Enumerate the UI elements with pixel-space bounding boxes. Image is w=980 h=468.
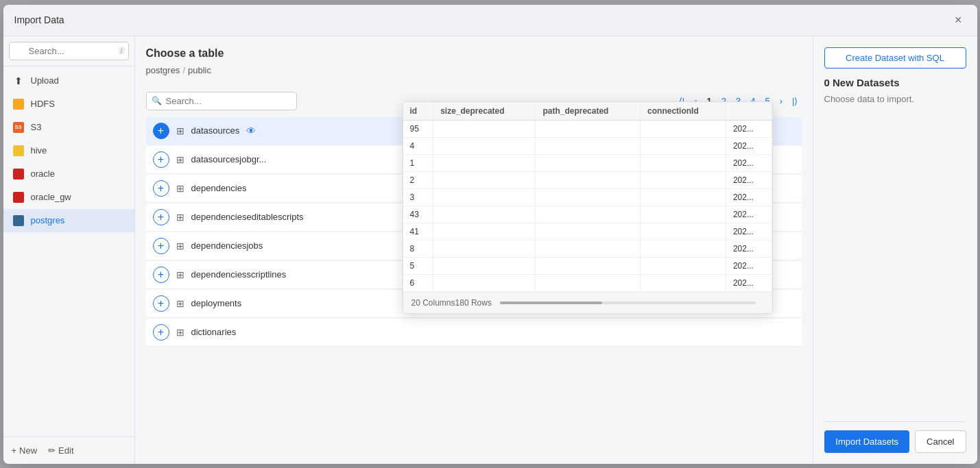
table-search-input[interactable]	[146, 92, 297, 110]
preview-row: 8202...	[403, 240, 772, 257]
preview-row: 1202...	[403, 154, 772, 171]
preview-col-conn: connectionId	[641, 102, 726, 121]
close-button[interactable]: ×	[951, 12, 966, 29]
sidebar-item-oracle-gw[interactable]: oracle_gw	[3, 186, 134, 209]
preview-cell	[536, 171, 641, 188]
preview-cell: 2	[403, 171, 433, 188]
eye-icon[interactable]: 👁	[246, 125, 256, 136]
add-dependencies-button[interactable]: +	[153, 180, 169, 197]
preview-cell	[641, 120, 726, 137]
table-icon: ⊞	[176, 212, 184, 223]
preview-cell	[433, 154, 536, 171]
preview-cell	[536, 274, 641, 291]
pagination-last[interactable]: |⟩	[789, 95, 801, 108]
sidebar-item-postgres[interactable]: postgres	[3, 209, 134, 232]
table-icon: ⊞	[176, 154, 184, 165]
preview-cell	[433, 171, 536, 188]
hdfs-icon	[12, 97, 25, 111]
table-name-dependencies: dependencies	[191, 183, 247, 193]
preview-cell	[433, 206, 536, 223]
preview-footer: 20 Columns 180 Rows	[403, 292, 772, 313]
table-name-deployments: deployments	[191, 298, 242, 308]
preview-cell	[433, 120, 536, 137]
sidebar-search-area: /	[3, 36, 134, 66]
postgres-icon	[12, 214, 25, 227]
preview-scrollbar[interactable]	[500, 301, 756, 304]
preview-rows-count: 180 Rows	[455, 298, 492, 308]
plus-icon: +	[12, 445, 17, 456]
sidebar-item-label-oracle-gw: oracle_gw	[31, 192, 71, 202]
sidebar-item-hive[interactable]: hive	[3, 139, 134, 162]
import-data-modal: Import Data × / ⬆ Upload	[3, 5, 977, 464]
add-datasources-button[interactable]: +	[153, 123, 169, 139]
sidebar-item-upload[interactable]: ⬆ Upload	[3, 69, 134, 93]
preview-row: 4202...	[403, 137, 772, 154]
sidebar-search-wrap: /	[9, 42, 129, 60]
preview-cell	[433, 274, 536, 291]
modal-header: Import Data ×	[3, 5, 977, 36]
preview-col-size: size_deprecated	[433, 102, 536, 121]
preview-col-id: id	[403, 102, 433, 121]
sidebar-footer: + New ✏ Edit	[3, 436, 134, 464]
preview-cell	[433, 223, 536, 240]
add-deployments-button[interactable]: +	[153, 295, 169, 312]
edit-button[interactable]: ✏ Edit	[48, 443, 73, 458]
preview-row: 2202...	[403, 171, 772, 188]
preview-cell	[433, 137, 536, 154]
sidebar-search-input[interactable]	[9, 42, 129, 60]
sidebar-item-oracle[interactable]: oracle	[3, 162, 134, 186]
preview-cell: 4	[403, 137, 433, 154]
table-name-datasources: datasources	[191, 125, 240, 136]
preview-cell	[641, 137, 726, 154]
hive-icon	[12, 144, 25, 158]
right-panel: Create Dataset with SQL 0 New Datasets C…	[813, 36, 977, 464]
preview-columns-count: 20 Columns	[411, 298, 455, 308]
preview-scrollbar-thumb	[500, 301, 602, 304]
preview-cell	[536, 137, 641, 154]
new-datasets-count: 0 New Datasets	[824, 77, 966, 88]
preview-col-path: path_deprecated	[536, 102, 641, 121]
search-kbd: /	[119, 47, 125, 55]
add-dictionaries-button[interactable]: +	[153, 324, 169, 341]
add-dependencieseditablescripts-button[interactable]: +	[153, 209, 169, 225]
preview-cell: 202...	[726, 206, 772, 223]
preview-cell: 202...	[726, 240, 772, 257]
sidebar-item-s3[interactable]: S3 S3	[3, 116, 134, 139]
sidebar: / ⬆ Upload HDFS	[3, 36, 135, 464]
preview-cell: 202...	[726, 223, 772, 240]
add-dependenciesscriptlines-button[interactable]: +	[153, 267, 169, 283]
add-dependenciesjobs-button[interactable]: +	[153, 238, 169, 254]
preview-cell: 202...	[726, 120, 772, 137]
sidebar-item-label-oracle: oracle	[31, 169, 55, 179]
preview-cell: 8	[403, 240, 433, 257]
edit-label: Edit	[58, 445, 73, 456]
add-datasourcesjobs-button[interactable]: +	[153, 151, 169, 168]
preview-row: 95202...	[403, 120, 772, 137]
sidebar-item-hdfs[interactable]: HDFS	[3, 93, 134, 116]
preview-row: 3202...	[403, 188, 772, 206]
cancel-button[interactable]: Cancel	[915, 430, 966, 453]
import-datasets-button[interactable]: Import Datasets	[824, 430, 909, 453]
preview-table: id size_deprecated path_deprecated conne…	[403, 102, 772, 292]
table-name-dependenciesscriptlines: dependenciesscriptlines	[191, 269, 287, 280]
main-content: Choose a table postgres / public 🔍 ⟨|	[135, 36, 813, 464]
preview-cell: 5	[403, 257, 433, 274]
preview-cell	[433, 188, 536, 206]
preview-cell	[536, 120, 641, 137]
create-dataset-sql-button[interactable]: Create Dataset with SQL	[824, 47, 966, 69]
preview-row: 43202...	[403, 206, 772, 223]
new-button[interactable]: + New	[12, 443, 38, 458]
s3-icon: S3	[12, 121, 25, 134]
sidebar-item-label-s3: S3	[31, 122, 42, 132]
table-row[interactable]: + ⊞ dictionaries	[146, 319, 802, 347]
preview-cell: 202...	[726, 154, 772, 171]
preview-cell: 202...	[726, 171, 772, 188]
preview-cell	[641, 257, 726, 274]
edit-pencil-icon: ✏	[48, 445, 56, 456]
preview-col-extra	[726, 102, 772, 121]
pagination-next[interactable]: ›	[776, 95, 786, 108]
breadcrumb-schema: public	[188, 65, 211, 75]
preview-cell	[536, 154, 641, 171]
oracle-icon	[12, 167, 25, 181]
modal-title: Import Data	[14, 14, 64, 25]
